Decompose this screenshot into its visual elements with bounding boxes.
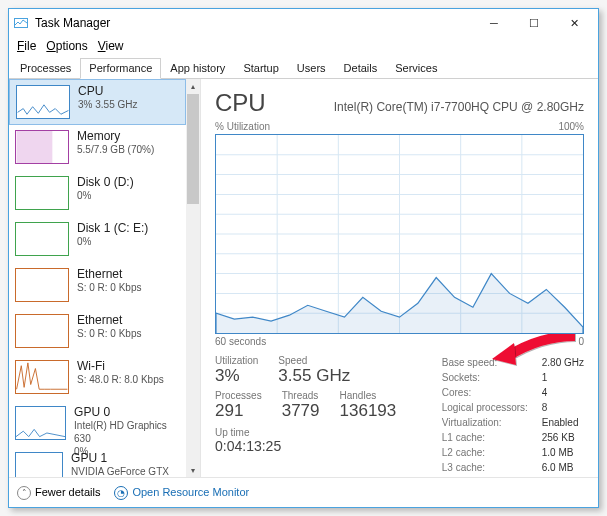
spec-base-speed: 2.80 GHz bbox=[542, 355, 584, 370]
close-button[interactable]: ✕ bbox=[554, 9, 594, 37]
memory-thumb-icon bbox=[15, 130, 69, 164]
wifi-thumb-icon bbox=[15, 360, 69, 394]
tab-performance[interactable]: Performance bbox=[80, 58, 161, 79]
spec-l3: 6.0 MB bbox=[542, 460, 574, 475]
spec-virtualization: Enabled bbox=[542, 415, 579, 430]
sidebar-item-gpu1[interactable]: GPU 1NVIDIA GeForce GTX 10500% bbox=[9, 447, 186, 477]
stat-handles: 136193 bbox=[340, 401, 397, 421]
fewer-details-button[interactable]: ˄Fewer details bbox=[17, 486, 100, 500]
disk-thumb-icon bbox=[15, 222, 69, 256]
scroll-thumb[interactable] bbox=[187, 94, 199, 204]
sidebar-item-disk0[interactable]: Disk 0 (D:)0% bbox=[9, 171, 186, 217]
tab-apphistory[interactable]: App history bbox=[161, 58, 234, 79]
resource-monitor-icon: ◔ bbox=[114, 486, 128, 500]
sidebar-item-disk1[interactable]: Disk 1 (C: E:)0% bbox=[9, 217, 186, 263]
spec-cores: 4 bbox=[542, 385, 548, 400]
window-controls: ─ ☐ ✕ bbox=[474, 9, 594, 37]
app-icon bbox=[13, 15, 29, 31]
minimize-button[interactable]: ─ bbox=[474, 9, 514, 37]
chart-ylabel: % Utilization bbox=[215, 121, 270, 132]
stat-speed: 3.55 GHz bbox=[278, 366, 350, 386]
cpu-chart[interactable] bbox=[215, 134, 584, 334]
scroll-up-icon[interactable]: ▴ bbox=[186, 79, 200, 93]
sidebar: CPU3% 3.55 GHz Memory5.5/7.9 GB (70%) Di… bbox=[9, 79, 201, 477]
chart-xmin: 0 bbox=[578, 336, 584, 347]
chevron-up-icon: ˄ bbox=[17, 486, 31, 500]
tab-services[interactable]: Services bbox=[386, 58, 446, 79]
gpu-thumb-icon bbox=[15, 452, 63, 477]
tabs: Processes Performance App history Startu… bbox=[9, 57, 598, 79]
stat-utilization: 3% bbox=[215, 366, 258, 386]
spec-logical-processors: 8 bbox=[542, 400, 548, 415]
disk-thumb-icon bbox=[15, 176, 69, 210]
stat-threads: 3779 bbox=[282, 401, 320, 421]
ethernet-thumb-icon bbox=[15, 268, 69, 302]
menu-options[interactable]: Options bbox=[42, 37, 91, 57]
window-title: Task Manager bbox=[35, 16, 110, 30]
sidebar-item-cpu[interactable]: CPU3% 3.55 GHz bbox=[9, 79, 186, 125]
sidebar-item-ethernet0[interactable]: EthernetS: 0 R: 0 Kbps bbox=[9, 263, 186, 309]
content: CPU3% 3.55 GHz Memory5.5/7.9 GB (70%) Di… bbox=[9, 79, 598, 477]
spec-l1: 256 KB bbox=[542, 430, 575, 445]
cpu-thumb-icon bbox=[16, 85, 70, 119]
svg-rect-2 bbox=[17, 131, 53, 163]
maximize-button[interactable]: ☐ bbox=[514, 9, 554, 37]
sidebar-item-gpu0[interactable]: GPU 0Intel(R) HD Graphics 6300% bbox=[9, 401, 186, 447]
scroll-down-icon[interactable]: ▾ bbox=[186, 463, 200, 477]
open-resource-monitor-link[interactable]: ◔Open Resource Monitor bbox=[114, 486, 249, 500]
chart-ymax: 100% bbox=[558, 121, 584, 132]
tab-processes[interactable]: Processes bbox=[11, 58, 80, 79]
menu-file[interactable]: File bbox=[13, 37, 40, 57]
spec-sockets: 1 bbox=[542, 370, 548, 385]
stats: Utilization3% Speed3.55 GHz Processes291… bbox=[215, 355, 584, 475]
chart-xlabel: 60 seconds bbox=[215, 336, 266, 347]
main-panel: CPU Intel(R) Core(TM) i7-7700HQ CPU @ 2.… bbox=[201, 79, 598, 477]
gpu-thumb-icon bbox=[15, 406, 66, 440]
spec-l2: 1.0 MB bbox=[542, 445, 574, 460]
cpu-model: Intel(R) Core(TM) i7-7700HQ CPU @ 2.80GH… bbox=[334, 100, 584, 114]
stat-uptime: 0:04:13:25 bbox=[215, 438, 396, 454]
tab-users[interactable]: Users bbox=[288, 58, 335, 79]
sidebar-item-memory[interactable]: Memory5.5/7.9 GB (70%) bbox=[9, 125, 186, 171]
ethernet-thumb-icon bbox=[15, 314, 69, 348]
sidebar-scrollbar[interactable]: ▴ ▾ bbox=[186, 79, 200, 477]
titlebar[interactable]: Task Manager ─ ☐ ✕ bbox=[9, 9, 598, 37]
menubar: File Options View bbox=[9, 37, 598, 57]
stat-processes: 291 bbox=[215, 401, 262, 421]
sidebar-item-wifi[interactable]: Wi-FiS: 48.0 R: 8.0 Kbps bbox=[9, 355, 186, 401]
tab-startup[interactable]: Startup bbox=[234, 58, 287, 79]
footer: ˄Fewer details ◔Open Resource Monitor bbox=[9, 477, 598, 507]
task-manager-window: Task Manager ─ ☐ ✕ File Options View Pro… bbox=[8, 8, 599, 508]
page-title: CPU bbox=[215, 89, 266, 117]
sidebar-item-ethernet1[interactable]: EthernetS: 0 R: 0 Kbps bbox=[9, 309, 186, 355]
menu-view[interactable]: View bbox=[94, 37, 128, 57]
tab-details[interactable]: Details bbox=[335, 58, 387, 79]
